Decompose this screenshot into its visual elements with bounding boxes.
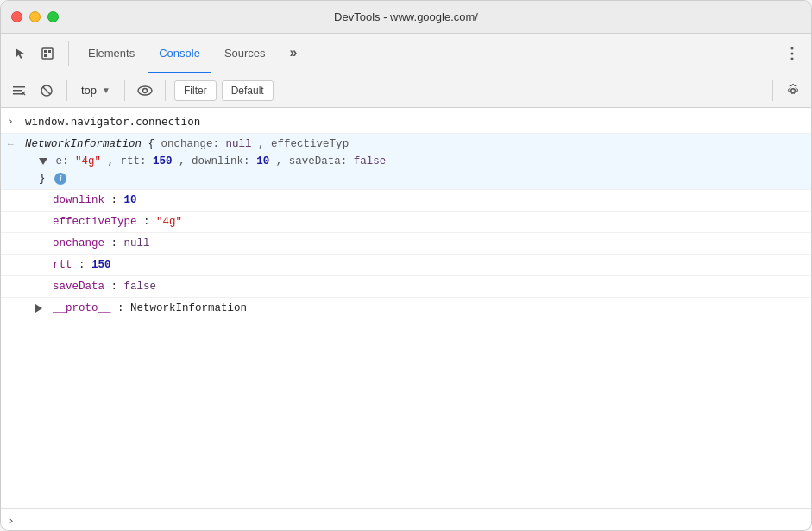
console-wrapper: › window.navigator.connection ← NetworkI… bbox=[1, 108, 811, 531]
eye-icon[interactable] bbox=[134, 79, 156, 102]
prop-effectiveType: effectiveType : "4g" bbox=[1, 212, 811, 233]
context-label: top bbox=[81, 84, 97, 97]
window-title: DevTools - www.google.com/ bbox=[334, 10, 478, 23]
block-icon[interactable] bbox=[35, 79, 58, 102]
context-divider-1 bbox=[66, 80, 67, 101]
context-selector[interactable]: top ▼ bbox=[76, 79, 116, 102]
output-content: NetworkInformation { onchange: null , ef… bbox=[25, 136, 804, 187]
console-input[interactable] bbox=[22, 514, 804, 527]
close-button[interactable] bbox=[11, 11, 22, 22]
object-class-name: NetworkInformation bbox=[25, 138, 148, 150]
info-icon[interactable]: i bbox=[54, 173, 66, 185]
output-arrow: ← bbox=[8, 136, 25, 153]
console-toolbar: top ▼ Filter Default bbox=[1, 73, 811, 108]
prop-proto: __proto__ : NetworkInformation bbox=[1, 298, 811, 319]
prop-rtt: rtt : 150 bbox=[1, 255, 811, 276]
console-input-text: window.navigator.connection bbox=[25, 113, 804, 131]
traffic-lights bbox=[11, 11, 59, 22]
svg-rect-0 bbox=[42, 48, 53, 59]
prop-saveData: saveData : false bbox=[1, 276, 811, 298]
svg-rect-7 bbox=[13, 86, 25, 88]
cursor-icon[interactable] bbox=[8, 41, 32, 66]
console-input-line: › bbox=[1, 508, 811, 531]
context-divider-3 bbox=[165, 80, 166, 101]
svg-point-4 bbox=[791, 47, 794, 49]
title-bar: DevTools - www.google.com/ bbox=[1, 1, 811, 34]
tab-more[interactable]: » bbox=[280, 34, 309, 73]
expand-triangle[interactable] bbox=[39, 158, 47, 165]
filter-area: Filter Default bbox=[174, 80, 764, 101]
svg-point-5 bbox=[791, 52, 794, 54]
input-prompt-icon: › bbox=[8, 514, 15, 527]
svg-point-14 bbox=[138, 86, 152, 95]
svg-line-13 bbox=[43, 87, 50, 94]
gear-icon[interactable] bbox=[782, 79, 804, 102]
main-toolbar: Elements Console Sources » bbox=[1, 34, 811, 73]
object-brace-open: { bbox=[148, 138, 155, 150]
tab-sources[interactable]: Sources bbox=[214, 34, 276, 73]
svg-rect-2 bbox=[48, 50, 51, 53]
toolbar-divider-2 bbox=[318, 41, 318, 66]
tab-elements[interactable]: Elements bbox=[78, 34, 145, 73]
context-dropdown-arrow: ▼ bbox=[102, 85, 110, 95]
svg-rect-1 bbox=[44, 50, 47, 53]
console-line-output: ← NetworkInformation { onchange: null , … bbox=[1, 134, 811, 190]
minimize-button[interactable] bbox=[29, 11, 41, 22]
clear-console-icon[interactable] bbox=[8, 79, 30, 102]
toolbar-divider-1 bbox=[68, 41, 69, 66]
prop-downlink: downlink : 10 bbox=[1, 190, 811, 212]
svg-rect-3 bbox=[44, 54, 47, 57]
proto-expand-triangle[interactable] bbox=[35, 304, 42, 313]
console-output: › window.navigator.connection ← NetworkI… bbox=[1, 108, 811, 508]
inspect-icon[interactable] bbox=[35, 41, 60, 66]
prop-onchange: onchange : null bbox=[1, 233, 811, 255]
context-divider-4 bbox=[772, 80, 773, 101]
kebab-menu-icon[interactable] bbox=[780, 41, 804, 66]
default-level-button[interactable]: Default bbox=[222, 80, 274, 101]
svg-rect-8 bbox=[13, 90, 22, 92]
context-divider-2 bbox=[124, 80, 125, 101]
svg-point-15 bbox=[142, 88, 147, 92]
svg-point-6 bbox=[791, 57, 794, 60]
maximize-button[interactable] bbox=[47, 11, 59, 22]
filter-button[interactable]: Filter bbox=[174, 80, 217, 101]
console-line-input: › window.navigator.connection bbox=[1, 111, 811, 134]
input-arrow: › bbox=[8, 113, 25, 130]
tab-console[interactable]: Console bbox=[148, 34, 211, 73]
